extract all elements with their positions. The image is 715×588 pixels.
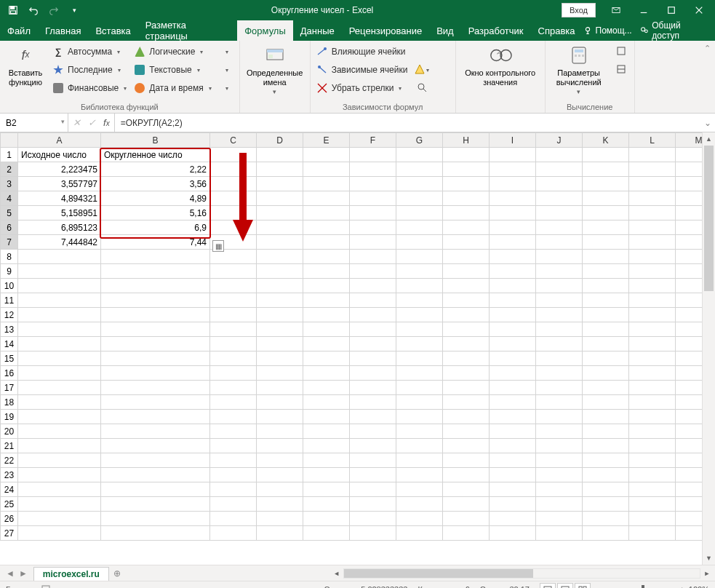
cell[interactable]	[101, 279, 210, 293]
cell[interactable]	[490, 308, 536, 322]
cell[interactable]	[629, 337, 676, 351]
cell[interactable]	[583, 366, 629, 381]
cell[interactable]	[536, 410, 583, 424]
cell[interactable]	[583, 512, 629, 526]
cell[interactable]	[490, 177, 536, 191]
cell[interactable]	[676, 220, 703, 235]
cell[interactable]	[257, 322, 303, 337]
cell[interactable]: Исходное число	[18, 148, 101, 162]
cell[interactable]	[676, 279, 703, 293]
cell[interactable]	[101, 264, 210, 279]
cell[interactable]	[583, 497, 629, 512]
cell[interactable]	[629, 381, 676, 395]
col-header[interactable]: E	[303, 133, 350, 148]
cell[interactable]: 3,56	[101, 177, 210, 191]
cell[interactable]	[629, 453, 676, 468]
sheet-nav-prev-icon[interactable]: ◄	[6, 568, 15, 579]
cell[interactable]	[396, 366, 443, 381]
cell[interactable]	[303, 148, 350, 162]
cell[interactable]	[629, 177, 676, 191]
cell[interactable]: 2,22	[101, 162, 210, 177]
cell[interactable]	[629, 366, 676, 381]
cell[interactable]	[676, 468, 703, 482]
cell[interactable]	[629, 439, 676, 453]
cell[interactable]	[676, 424, 703, 439]
cell[interactable]	[583, 322, 629, 337]
cell[interactable]	[583, 526, 629, 541]
cell[interactable]	[257, 468, 303, 482]
cell[interactable]	[490, 424, 536, 439]
cell[interactable]	[350, 468, 396, 482]
cell[interactable]	[257, 162, 303, 177]
cell[interactable]	[101, 395, 210, 410]
cell[interactable]	[629, 395, 676, 410]
sheet-table[interactable]: A B C D E F G H I J K L M 1Исходное числ…	[0, 132, 702, 541]
cell[interactable]: 6,9	[101, 220, 210, 235]
cell[interactable]	[676, 512, 703, 526]
cell[interactable]	[18, 264, 101, 279]
col-header[interactable]: J	[536, 133, 583, 148]
cell[interactable]	[583, 351, 629, 366]
cell[interactable]	[536, 439, 583, 453]
macro-record-icon[interactable]	[41, 584, 51, 589]
cell[interactable]	[18, 439, 101, 453]
login-button[interactable]: Вход	[562, 3, 596, 17]
cell[interactable]	[536, 235, 583, 250]
cell[interactable]: 3,557797	[18, 177, 101, 191]
new-sheet-button[interactable]: ⊕	[109, 565, 125, 581]
cell[interactable]	[303, 220, 350, 235]
cell[interactable]	[350, 322, 396, 337]
scroll-right-icon[interactable]: ►	[700, 570, 714, 577]
cell[interactable]	[350, 191, 396, 206]
cell[interactable]	[210, 293, 257, 308]
cell[interactable]	[443, 322, 490, 337]
tab-developer[interactable]: Разработчик	[461, 20, 531, 41]
cell[interactable]	[18, 279, 101, 293]
cell[interactable]	[396, 250, 443, 264]
cell[interactable]	[396, 439, 443, 453]
cell[interactable]	[629, 424, 676, 439]
cell[interactable]	[536, 279, 583, 293]
cell[interactable]	[396, 482, 443, 497]
cell[interactable]	[101, 322, 210, 337]
cell[interactable]	[583, 177, 629, 191]
cell[interactable]	[396, 424, 443, 439]
row-header[interactable]: 23	[1, 468, 18, 482]
row-header[interactable]: 8	[1, 250, 18, 264]
cell[interactable]	[350, 410, 396, 424]
cell[interactable]	[210, 279, 257, 293]
cell[interactable]	[676, 395, 703, 410]
cell[interactable]	[18, 482, 101, 497]
scroll-thumb[interactable]	[704, 146, 714, 291]
cell[interactable]	[18, 512, 101, 526]
cell[interactable]	[629, 512, 676, 526]
col-header[interactable]: G	[396, 133, 443, 148]
cell[interactable]	[443, 482, 490, 497]
evaluate-formula-button[interactable]	[413, 80, 431, 96]
cell[interactable]	[350, 279, 396, 293]
cell[interactable]	[396, 468, 443, 482]
cell[interactable]	[396, 308, 443, 322]
tab-insert[interactable]: Вставка	[88, 20, 137, 41]
cell[interactable]	[303, 264, 350, 279]
sheet-nav-next-icon[interactable]: ►	[19, 568, 28, 579]
cancel-formula-icon[interactable]: ✕	[73, 117, 81, 128]
cell[interactable]	[101, 293, 210, 308]
cell[interactable]	[101, 351, 210, 366]
recently-used-button[interactable]: Последние▾	[51, 62, 128, 78]
cell[interactable]	[257, 264, 303, 279]
cell[interactable]	[350, 439, 396, 453]
logical-button[interactable]: Логические▾	[132, 44, 212, 60]
cell[interactable]	[443, 191, 490, 206]
cell[interactable]	[350, 395, 396, 410]
cell[interactable]	[350, 308, 396, 322]
cell[interactable]	[350, 482, 396, 497]
cell[interactable]	[490, 293, 536, 308]
cell[interactable]	[210, 308, 257, 322]
row-header[interactable]: 17	[1, 381, 18, 395]
cell[interactable]	[536, 162, 583, 177]
cell[interactable]	[303, 512, 350, 526]
row-header[interactable]: 19	[1, 410, 18, 424]
watch-window-button[interactable]: Окно контрольного значения	[460, 44, 540, 87]
cell[interactable]	[490, 148, 536, 162]
